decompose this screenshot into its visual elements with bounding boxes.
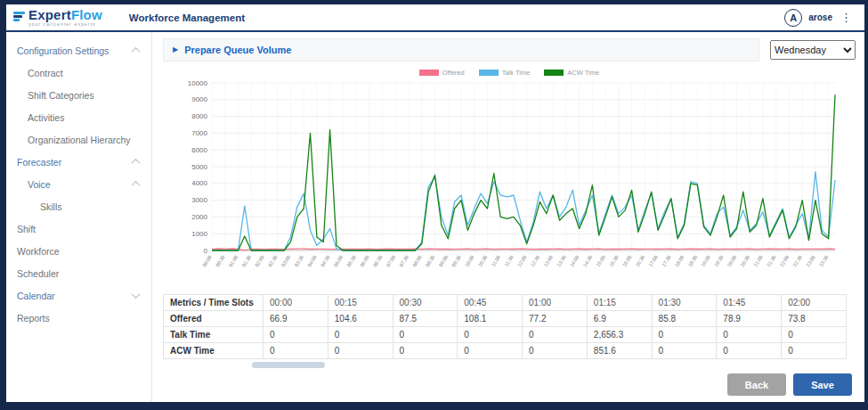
svg-text:08:00: 08:00 — [411, 254, 423, 267]
svg-text:21:30: 21:30 — [766, 254, 777, 267]
svg-text:03:30: 03:30 — [294, 254, 305, 267]
sidebar-item-contract[interactable]: Contract — [6, 62, 151, 84]
sidebar-item-activities[interactable]: Activities — [6, 106, 151, 128]
svg-text:03:00: 03:00 — [280, 254, 292, 267]
table-col-header: 01:45 — [717, 295, 782, 311]
table-col-header: 00:15 — [328, 295, 393, 311]
svg-text:11:30: 11:30 — [503, 254, 514, 267]
metric-cell[interactable]: 6.9 — [587, 311, 652, 327]
row-label: Offered — [164, 311, 264, 327]
sidebar-item-label: Reports — [17, 313, 50, 324]
expertflow-logo: ExpertFlow your callcenter experts — [13, 8, 102, 27]
metric-cell[interactable]: 0 — [652, 343, 717, 359]
metric-cell[interactable]: 0 — [523, 343, 588, 359]
svg-text:19:30: 19:30 — [713, 254, 725, 267]
metric-cell[interactable]: 0 — [264, 327, 329, 343]
svg-text:8000: 8000 — [191, 112, 207, 120]
metric-cell[interactable]: 87.5 — [393, 311, 458, 327]
back-button[interactable]: Back — [727, 373, 786, 396]
svg-text:00:00: 00:00 — [201, 254, 213, 267]
metric-cell[interactable]: 0 — [264, 343, 329, 359]
main-content: ▶ Prepare Queue Volume Wednesday Offered… — [152, 32, 864, 402]
table-col-header: 00:00 — [264, 295, 329, 311]
svg-text:01:00: 01:00 — [228, 254, 239, 267]
sidebar-item-shift[interactable]: Shift — [6, 217, 151, 240]
table-col-header: 02:00 — [782, 295, 847, 311]
row-label: Talk Time — [164, 327, 264, 343]
chart-legend: OfferedTalk TimeACW Time — [419, 67, 599, 78]
metric-cell[interactable]: 0 — [717, 343, 782, 359]
metric-cell[interactable]: 73.8 — [782, 311, 847, 327]
metric-cell[interactable]: 108.1 — [458, 311, 523, 327]
panel-header[interactable]: ▶ Prepare Queue Volume — [163, 38, 759, 62]
svg-text:15:30: 15:30 — [608, 254, 620, 267]
metric-cell[interactable]: 0 — [393, 343, 458, 359]
svg-text:13:30: 13:30 — [556, 254, 567, 267]
expand-triangle-icon: ▶ — [173, 46, 178, 53]
svg-text:05:30: 05:30 — [345, 254, 357, 267]
svg-text:07:30: 07:30 — [398, 254, 410, 267]
svg-text:02:30: 02:30 — [267, 254, 279, 267]
metric-cell[interactable]: 0 — [328, 327, 393, 343]
metric-cell[interactable]: 0 — [782, 327, 847, 343]
metric-cell[interactable]: 77.2 — [523, 311, 588, 327]
horizontal-scrollbar[interactable] — [252, 362, 325, 368]
legend-label: ACW Time — [567, 69, 599, 77]
table-col-header: 00:30 — [393, 295, 458, 311]
svg-text:18:30: 18:30 — [687, 254, 699, 267]
sidebar-item-reports[interactable]: Reports — [6, 307, 151, 329]
metric-cell[interactable]: 0 — [393, 327, 458, 343]
metrics-table-wrap: Metrics / Time Slots00:0000:1500:3000:45… — [163, 294, 856, 368]
svg-text:14:30: 14:30 — [582, 254, 594, 267]
logo-name: ExpertFlow — [28, 8, 102, 21]
legend-label: Offered — [442, 69, 465, 77]
svg-text:08:30: 08:30 — [425, 254, 436, 267]
sidebar-item-voice[interactable]: Voice — [6, 173, 151, 195]
metric-cell[interactable]: 78.9 — [717, 311, 782, 327]
metric-cell[interactable]: 0 — [328, 343, 393, 359]
metric-cell[interactable]: 0 — [458, 343, 523, 359]
metric-cell[interactable]: 104.6 — [328, 311, 393, 327]
sidebar-item-skills[interactable]: Skills — [6, 195, 151, 217]
svg-text:2000: 2000 — [191, 213, 207, 221]
sidebar-item-label: Skills — [40, 201, 62, 212]
metric-cell[interactable]: 0 — [458, 327, 523, 343]
metric-cell[interactable]: 851.6 — [587, 343, 652, 359]
sidebar-nav: Configuration SettingsContractShift Cate… — [6, 32, 152, 402]
save-button[interactable]: Save — [793, 373, 852, 396]
metric-cell[interactable]: 85.8 — [652, 311, 717, 327]
sidebar-item-organizational-hierarchy[interactable]: Organizational Hierarchy — [6, 128, 151, 151]
metric-cell[interactable]: 66.9 — [264, 311, 329, 327]
table-corner-header: Metrics / Time Slots — [164, 295, 264, 311]
sidebar-item-label: Shift — [17, 224, 36, 234]
kebab-menu-icon[interactable]: ⋮ — [839, 11, 854, 24]
sidebar-item-workforce[interactable]: Workforce — [6, 240, 151, 262]
sidebar-item-label: Shift Categories — [28, 90, 94, 101]
sidebar-item-calendar[interactable]: Calendar — [6, 284, 151, 307]
legend-item-talk-time: Talk Time — [479, 69, 531, 77]
svg-text:07:00: 07:00 — [385, 254, 397, 267]
svg-text:06:30: 06:30 — [372, 254, 384, 267]
sidebar-item-shift-categories[interactable]: Shift Categories — [6, 84, 151, 106]
sidebar-item-forecaster[interactable]: Forecaster — [6, 151, 151, 173]
metric-cell[interactable]: 0 — [782, 343, 847, 359]
svg-text:00:30: 00:30 — [215, 254, 226, 267]
metric-cell[interactable]: 0 — [523, 327, 588, 343]
svg-text:18:00: 18:00 — [674, 254, 685, 267]
metric-cell[interactable]: 0 — [717, 327, 782, 343]
table-col-header: 01:15 — [587, 295, 652, 311]
chart-section: OfferedTalk TimeACW Time 010002000300040… — [163, 67, 856, 291]
svg-text:04:00: 04:00 — [306, 254, 318, 267]
svg-text:04:30: 04:30 — [320, 254, 331, 267]
metric-cell[interactable]: 0 — [652, 327, 717, 343]
sidebar-item-label: Contract — [28, 68, 63, 78]
svg-text:5000: 5000 — [191, 163, 207, 171]
sidebar-item-configuration-settings[interactable]: Configuration Settings — [6, 39, 151, 62]
svg-text:1000: 1000 — [191, 230, 207, 238]
sidebar-item-scheduler[interactable]: Scheduler — [6, 262, 151, 284]
svg-text:13:00: 13:00 — [543, 254, 555, 267]
avatar[interactable]: A — [784, 9, 802, 27]
day-select[interactable]: Wednesday — [770, 40, 856, 60]
row-label: ACW Time — [164, 343, 264, 359]
metric-cell[interactable]: 2,656.3 — [587, 327, 652, 343]
